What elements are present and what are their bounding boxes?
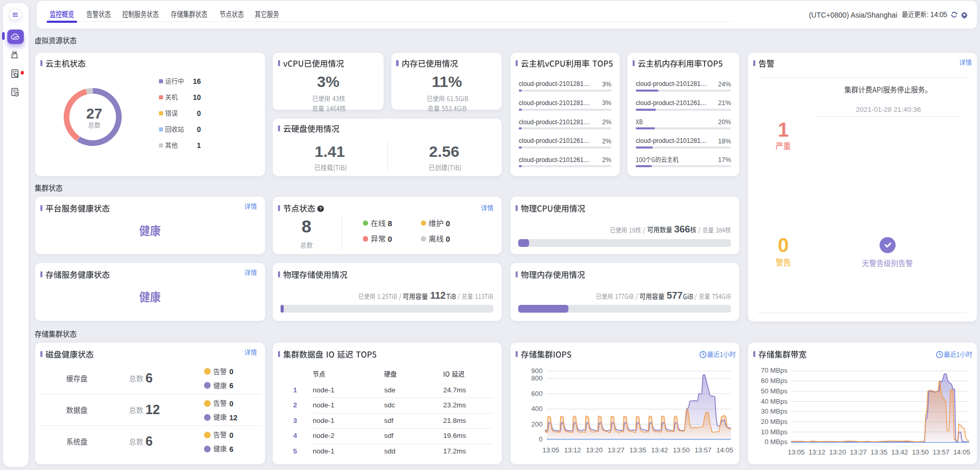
- svg-text:?: ?: [319, 207, 322, 212]
